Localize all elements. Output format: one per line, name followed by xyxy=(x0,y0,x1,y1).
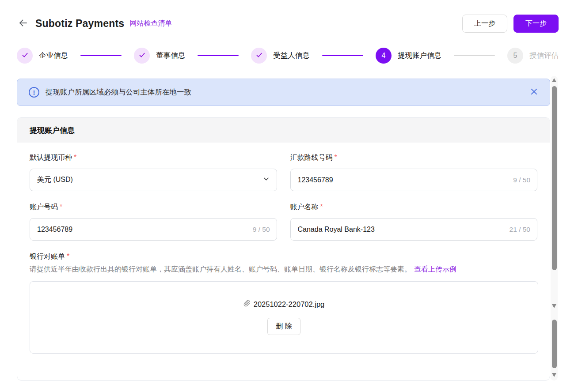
account-number-counter: 9 / 50 xyxy=(253,226,270,234)
required-mark: * xyxy=(74,154,76,161)
currency-label: 默认提现币种* xyxy=(30,153,277,162)
step-beneficiary-info[interactable]: 受益人信息 xyxy=(251,48,310,64)
step-label: 受益人信息 xyxy=(273,51,310,60)
bank-statement-description: 请提供近半年由收款行出具的银行对账单，其应涵盖账户持有人姓名、账户号码、账单日期… xyxy=(30,265,537,274)
step-label: 提现账户信息 xyxy=(398,51,441,60)
page-title: Subotiz Payments xyxy=(35,18,124,30)
step-connector xyxy=(80,55,122,56)
account-name-control: 21 / 50 xyxy=(290,218,538,241)
check-icon xyxy=(21,51,29,60)
required-mark: * xyxy=(60,203,62,211)
account-name-field-group: 账户名称* 21 / 50 xyxy=(290,203,538,241)
withdrawal-account-card: 提现账户信息 默认提现币种* 美元 (USD) xyxy=(17,117,550,381)
label-text: 银行对账单 xyxy=(30,253,65,260)
check-icon xyxy=(255,51,263,60)
account-name-input[interactable] xyxy=(298,226,530,234)
description-text: 请提供近半年由收款行出具的银行对账单，其应涵盖账户持有人姓名、账户号码、账单日期… xyxy=(30,265,411,273)
account-number-label: 账户号码* xyxy=(30,203,277,212)
step-credit-assessment[interactable]: 5 授信评估 xyxy=(507,48,559,64)
step-number: 5 xyxy=(513,52,517,60)
info-icon: ! xyxy=(29,87,39,98)
step-withdrawal-account[interactable]: 4 提现账户信息 xyxy=(376,48,441,64)
close-icon xyxy=(530,87,538,97)
account-name-counter: 21 / 50 xyxy=(510,226,530,234)
next-step-button[interactable]: 下一步 xyxy=(513,15,559,33)
routing-control: 9 / 50 xyxy=(290,169,538,191)
routing-label: 汇款路线号码* xyxy=(290,153,538,162)
account-number-field-group: 账户号码* 9 / 50 xyxy=(30,203,277,241)
step-circle xyxy=(17,48,33,64)
checklist-link[interactable]: 网站检查清单 xyxy=(129,19,172,28)
alert-close-button[interactable] xyxy=(528,86,540,99)
label-text: 默认提现币种 xyxy=(30,154,72,161)
step-label: 授信评估 xyxy=(529,51,559,60)
currency-select[interactable]: 美元 (USD) xyxy=(30,169,277,191)
page: Subotiz Payments 网站检查清单 上一步 下一步 企业信息 董事信… xyxy=(0,0,578,392)
chevron-down-icon xyxy=(263,176,270,184)
prev-step-button[interactable]: 上一步 xyxy=(462,15,507,33)
step-circle xyxy=(134,48,150,64)
step-connector xyxy=(454,55,495,56)
bank-statement-label: 银行对账单* xyxy=(30,252,537,261)
scrollbar-thumb-lower[interactable] xyxy=(552,320,557,368)
scrollbar-track[interactable] xyxy=(551,76,558,381)
account-number-input[interactable] xyxy=(37,226,270,234)
alert-message: 提现账户所属区域必须与公司主体所在地一致 xyxy=(46,87,528,97)
uploaded-file: 20251022-220702.jpg xyxy=(243,299,325,309)
required-mark: * xyxy=(67,253,69,260)
label-text: 汇款路线号码 xyxy=(290,154,333,161)
back-button[interactable] xyxy=(17,17,29,30)
check-icon xyxy=(138,51,146,60)
card-header: 提现账户信息 xyxy=(17,118,550,143)
step-circle xyxy=(251,48,267,64)
stepper: 企业信息 董事信息 受益人信息 4 提现账户信息 5 xyxy=(17,45,559,66)
label-text: 账户名称 xyxy=(290,203,319,211)
routing-field-group: 汇款路线号码* 9 / 50 xyxy=(290,153,538,191)
file-name: 20251022-220702.jpg xyxy=(254,300,325,309)
currency-field-group: 默认提现币种* 美元 (USD) xyxy=(30,153,277,191)
scroll-down-arrow-icon[interactable] xyxy=(552,373,556,377)
step-label: 董事信息 xyxy=(156,51,185,60)
delete-file-button[interactable]: 删 除 xyxy=(267,318,300,335)
routing-counter: 9 / 50 xyxy=(513,176,530,184)
bank-statement-section: 银行对账单* 请提供近半年由收款行出具的银行对账单，其应涵盖账户持有人姓名、账户… xyxy=(30,252,537,354)
paperclip-icon xyxy=(243,299,251,309)
info-alert: ! 提现账户所属区域必须与公司主体所在地一致 xyxy=(17,79,550,106)
required-mark: * xyxy=(320,203,323,211)
step-connector xyxy=(198,55,239,56)
step-connector xyxy=(322,55,363,56)
account-number-control: 9 / 50 xyxy=(30,218,277,241)
upload-dropzone[interactable]: 20251022-220702.jpg 删 除 xyxy=(30,281,538,354)
step-director-info[interactable]: 董事信息 xyxy=(134,48,185,64)
routing-input[interactable] xyxy=(298,176,530,184)
step-label: 企业信息 xyxy=(39,51,68,60)
header: Subotiz Payments 网站检查清单 上一步 下一步 xyxy=(17,13,559,34)
card-body: 默认提现币种* 美元 (USD) 汇款路线号码* 9 xyxy=(17,143,550,354)
scroll-up-arrow-icon[interactable] xyxy=(552,78,556,82)
step-circle: 5 xyxy=(507,48,523,64)
section-title: 提现账户信息 xyxy=(30,125,75,136)
upload-example-link[interactable]: 查看上传示例 xyxy=(414,265,456,273)
scrollbar-thumb-upper[interactable] xyxy=(552,86,557,270)
label-text: 账户号码 xyxy=(30,203,58,211)
scroll-down-arrow-icon[interactable] xyxy=(552,304,556,308)
account-name-label: 账户名称* xyxy=(290,203,538,212)
currency-value: 美元 (USD) xyxy=(37,175,73,185)
step-number: 4 xyxy=(381,52,385,60)
step-circle: 4 xyxy=(376,48,392,64)
arrow-left-icon xyxy=(18,18,28,30)
required-mark: * xyxy=(335,154,337,161)
info-glyph: ! xyxy=(33,89,35,96)
step-company-info[interactable]: 企业信息 xyxy=(17,48,68,64)
